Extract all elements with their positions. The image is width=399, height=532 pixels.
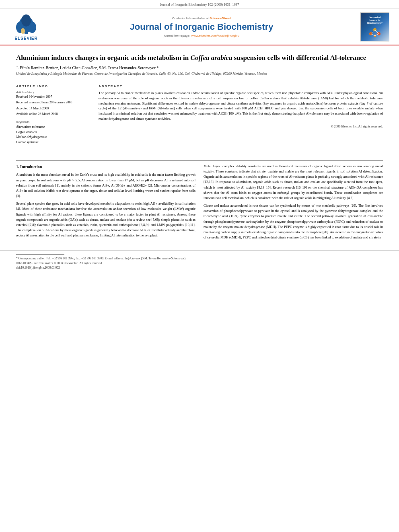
article-info-column: ARTICLE INFO Article history: Received 9… [16,84,90,145]
footnote-doi: doi:10.1016/j.jinorgbio.2008.03.002 [16,265,383,270]
main-body: 1. Introduction Aluminium is the most ab… [0,153,399,251]
contents-label: Contents lists available at [172,16,209,20]
section-1-title: 1. Introduction [16,164,195,170]
journal-cover-image: Journal of Inorganic Biochemistry [359,12,391,41]
elsevier-tree-icon [14,13,38,35]
svg-point-4 [21,14,31,27]
article-info-heading: ARTICLE INFO [16,84,90,88]
copyright-line: © 2008 Elsevier Inc. All rights reserved… [99,125,383,128]
journal-volume-info: Journal of Inorganic Biochemistry 102 (2… [160,2,239,6]
history-label: Article history: [16,90,90,94]
keyword-4: Citrate synthase [16,140,90,145]
body-left-col: 1. Introduction Aluminium is the most ab… [16,164,195,242]
keywords-section: Keywords: Aluminium tolerance Coffea ara… [16,120,90,145]
cover-title: Journal of Inorganic Biochemistry [367,16,383,25]
abstract-heading: ABSTRACT [99,84,383,88]
body-para-4: Citrate and malate accumulated in root t… [204,203,383,240]
accepted-date: Accepted 14 March 2008 [16,106,90,111]
article-info-abstract-section: ARTICLE INFO Article history: Received 9… [16,84,383,145]
affiliation: Unidad de Bioquímica y Biología Molecula… [16,72,383,76]
page-container: Journal of Inorganic Biochemistry 102 (2… [0,0,399,274]
keywords-heading: Keywords: [16,120,90,124]
homepage-link[interactable]: www.elsevier.com/locate/jinorgbio [191,34,239,37]
body-columns: 1. Introduction Aluminium is the most ab… [16,164,383,242]
article-content: Aluminium induces changes in organic aci… [0,45,399,153]
sciencedirect-link[interactable]: ScienceDirect [210,16,231,20]
body-right-col: Metal ligand complex stability constants… [204,164,383,242]
abstract-text: The primary Al-tolerance mechanism in pl… [99,90,383,121]
header-center: Contents lists available at ScienceDirec… [44,16,359,37]
keyword-2: Coffea arabica [16,129,90,135]
journal-title: Journal of Inorganic Biochemistry [48,22,355,32]
homepage-label: journal homepage: [164,34,191,37]
body-para-1: Aluminium is the most abundant metal in … [16,172,195,199]
elsevier-label: ELSEVIER [14,36,37,41]
journal-top-bar: Journal of Inorganic Biochemistry 102 (2… [0,0,399,8]
cover-molecule-icon [367,26,383,38]
keyword-1: Aluminium tolerance [16,124,90,129]
svg-line-11 [371,30,375,34]
elsevier-logo: ELSEVIER [8,13,44,41]
footnote-issn: 0162-0134/$ - see front matter © 2008 El… [16,261,383,265]
available-date: Available online 28 March 2008 [16,112,90,116]
svg-line-12 [375,30,379,34]
journal-homepage: journal homepage: www.elsevier.com/locat… [48,34,355,37]
footnotes-section: * Corresponding author. Tel.: +52 999 98… [0,251,399,274]
abstract-column: ABSTRACT The primary Al-tolerance mechan… [99,84,383,145]
authors: J. Efraín Ramírez-Benítez, Leticia Chee-… [16,66,383,70]
article-title: Aluminium induces changes in organic aci… [16,53,383,62]
cover-box: Journal of Inorganic Biochemistry [360,12,389,41]
keyword-3: Malate dehydrogenase [16,134,90,140]
sciencedirect-line: Contents lists available at ScienceDirec… [48,16,355,20]
footnote-divider [16,254,64,255]
received-date: Received 9 November 2007 [16,94,90,99]
body-para-2: Several plant species that grow in acid … [16,201,195,238]
header-section: ELSEVIER Contents lists available at Sci… [0,8,399,45]
revised-date: Received in revised form 29 February 200… [16,100,90,105]
body-divider [16,160,383,160]
body-para-3: Metal ligand complex stability constants… [204,164,383,201]
footnote-corresponding: * Corresponding author. Tel.: +52 999 98… [16,256,383,261]
divider-1 [16,81,383,81]
